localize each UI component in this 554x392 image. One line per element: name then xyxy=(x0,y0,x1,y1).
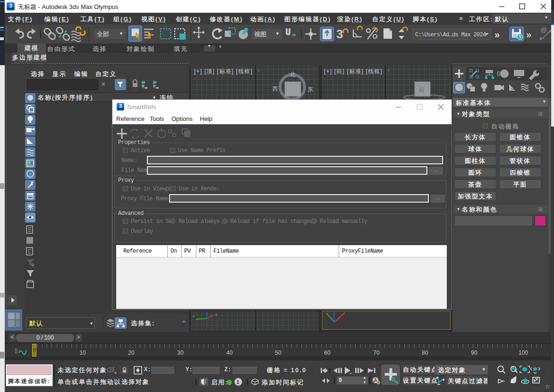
svg-text:C:\Users\Ad…ds Max 2024: C:\Users\Ad…ds Max 2024 xyxy=(415,32,486,38)
svg-text:3: 3 xyxy=(336,27,343,41)
svg-text:东: 东 xyxy=(307,86,313,93)
svg-text:北: 北 xyxy=(290,71,295,78)
svg-text:西: 西 xyxy=(273,85,278,92)
svg-text:Y: Y xyxy=(192,315,195,319)
svg-text:»: » xyxy=(494,29,500,40)
svg-text:»: » xyxy=(526,29,531,40)
svg-text:前: 前 xyxy=(419,86,425,93)
svg-text:X: X xyxy=(215,313,218,317)
